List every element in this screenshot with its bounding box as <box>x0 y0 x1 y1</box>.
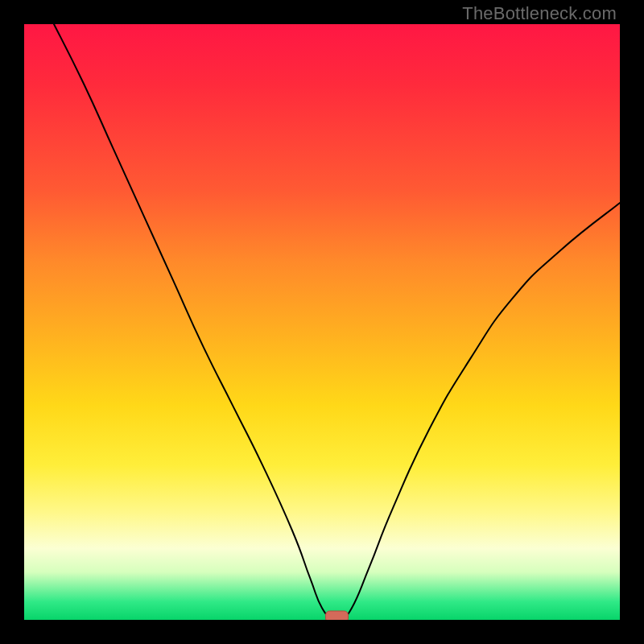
plot-area <box>24 24 620 620</box>
watermark-text: TheBottleneck.com <box>462 3 617 24</box>
chart-frame: TheBottleneck.com <box>0 0 644 644</box>
minimum-marker <box>326 611 349 620</box>
chart-svg <box>24 24 620 620</box>
bottleneck-curve <box>54 24 620 620</box>
